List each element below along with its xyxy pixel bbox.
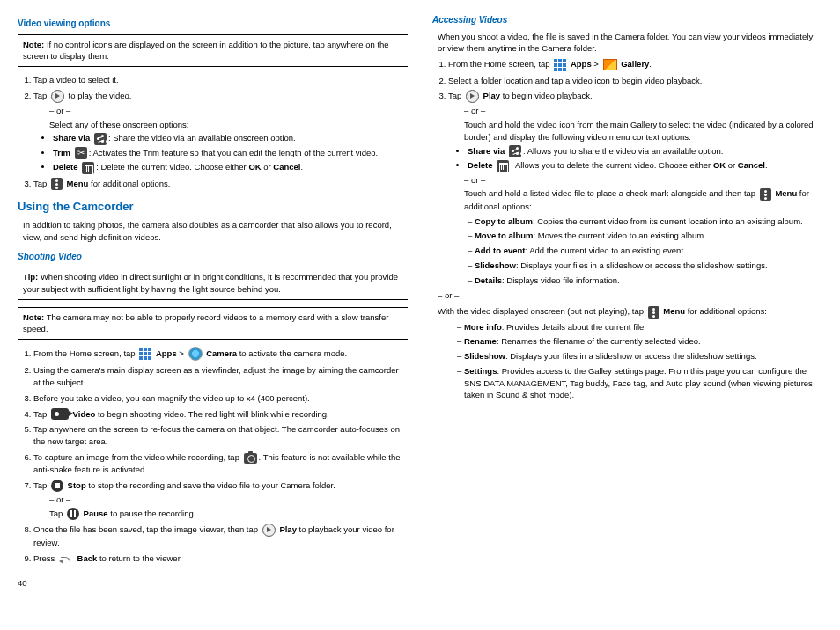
list-item: Delete : Allows you to delete the curren… bbox=[468, 159, 822, 172]
apps-icon bbox=[139, 348, 151, 360]
left-column: Video viewing options Note: If no contro… bbox=[18, 14, 408, 590]
menu-options-list-1: Copy to album: Copies the current video … bbox=[468, 216, 822, 287]
list-item: Tap anywhere on the screen to re-focus t… bbox=[33, 423, 408, 448]
play-icon bbox=[51, 90, 64, 103]
heading-accessing-videos: Accessing Videos bbox=[432, 14, 822, 27]
page-number: 40 bbox=[18, 577, 408, 590]
list-item: From the Home screen, tap Apps > Camera … bbox=[33, 347, 408, 361]
note-text: If no control icons are displayed on the… bbox=[23, 40, 389, 62]
list-item: From the Home screen, tap Apps > Gallery… bbox=[448, 58, 822, 70]
context-options-list: Share via : Allows you to share the vide… bbox=[468, 145, 822, 172]
list-item: Move to album: Moves the current video t… bbox=[468, 230, 822, 242]
list-item: Add to event: Add the current video to a… bbox=[468, 245, 822, 257]
manual-page: Video viewing options Note: If no contro… bbox=[18, 14, 822, 590]
tip-box: Tip: When shooting video in direct sunli… bbox=[18, 267, 408, 300]
or-divider: – or – bbox=[49, 105, 408, 117]
trash-icon bbox=[82, 162, 94, 174]
list-item: Slideshow: Displays your files in a slid… bbox=[468, 260, 822, 272]
list-item: Tap a video to select it. bbox=[33, 74, 408, 86]
list-item: Share via : Share the video via an avail… bbox=[53, 132, 408, 144]
touch-hold-text: Touch and hold the video icon from the m… bbox=[464, 119, 822, 143]
list-item: Rename: Renames the filename of the curr… bbox=[457, 335, 822, 348]
or-divider: – or – bbox=[49, 494, 408, 506]
menu-icon bbox=[760, 188, 771, 201]
list-item: Details: Displays video file information… bbox=[468, 275, 822, 287]
camcorder-intro: In addition to taking photos, the camera… bbox=[23, 219, 408, 244]
share-icon bbox=[509, 145, 521, 158]
scissors-icon: ✂ bbox=[75, 147, 87, 159]
list-item: More info: Provides details about the cu… bbox=[457, 321, 822, 333]
camera-shot-icon bbox=[244, 453, 257, 464]
apps-icon bbox=[554, 59, 566, 71]
list-item: Select a folder location and tap a video… bbox=[448, 75, 822, 87]
touch-hold-text-2: Touch and hold a listed video file to pl… bbox=[464, 187, 822, 212]
onscreen-options-list: Share via : Share the video via an avail… bbox=[53, 132, 408, 173]
share-icon bbox=[94, 133, 107, 145]
with-video-text: With the video displayed onscreen (but n… bbox=[438, 305, 822, 318]
list-item: Before you take a video, you can magnify… bbox=[33, 392, 408, 405]
camera-icon bbox=[188, 347, 203, 361]
list-item: Tap Play to begin video playback. – or –… bbox=[448, 90, 822, 286]
heading-shooting-video: Shooting Video bbox=[18, 251, 408, 264]
shooting-video-steps: From the Home screen, tap Apps > Camera … bbox=[33, 347, 408, 565]
list-item: Copy to album: Copies the current video … bbox=[468, 216, 822, 228]
play-icon bbox=[466, 90, 479, 103]
pause-line: Tap Pause to pause the recording. bbox=[49, 508, 408, 520]
menu-options-list-2: More info: Provides details about the cu… bbox=[457, 321, 822, 402]
video-icon bbox=[51, 408, 69, 420]
note-text: The camera may not be able to properly r… bbox=[23, 312, 388, 334]
accessing-intro: When you shoot a video, the file is save… bbox=[438, 31, 822, 55]
list-item: Slideshow: Displays your files in a slid… bbox=[457, 350, 822, 363]
list-item: Share via : Allows you to share the vide… bbox=[468, 145, 822, 158]
pause-icon bbox=[67, 508, 79, 520]
list-item: Tap Stop to stop the recording and save … bbox=[33, 480, 408, 521]
menu-icon bbox=[51, 178, 63, 190]
heading-video-viewing-options: Video viewing options bbox=[18, 18, 408, 31]
list-item: Delete : Delete the current video. Choos… bbox=[53, 161, 408, 173]
tip-label: Tip: bbox=[23, 272, 38, 282]
back-icon bbox=[59, 555, 73, 564]
heading-using-camcorder: Using the Camcorder bbox=[18, 199, 408, 216]
list-item: Tap Video to begin shooting video. The r… bbox=[33, 408, 408, 421]
select-options-text: Select any of these onscreen options: bbox=[49, 119, 408, 131]
note-label: Note: bbox=[23, 312, 44, 322]
list-item: Using the camera's main display screen a… bbox=[33, 364, 408, 389]
or-divider: – or – bbox=[438, 289, 822, 302]
note-box-1: Note: If no control icons are displayed … bbox=[18, 34, 408, 68]
gallery-icon bbox=[603, 59, 617, 70]
list-item: Tap Menu for additional options. bbox=[33, 178, 408, 190]
list-item: Once the file has been saved, tap the im… bbox=[33, 524, 408, 549]
list-item: Settings: Provides access to the Galley … bbox=[457, 365, 822, 401]
list-item: Trim ✂: Activates the Trim feature so th… bbox=[53, 147, 408, 159]
video-viewing-steps: Tap a video to select it. Tap to play th… bbox=[33, 74, 408, 190]
list-item: To capture an image from the video while… bbox=[33, 451, 408, 476]
trash-icon bbox=[497, 160, 509, 172]
accessing-videos-steps: From the Home screen, tap Apps > Gallery… bbox=[448, 58, 822, 286]
list-item: Tap to play the video. – or – Select any… bbox=[33, 90, 408, 174]
stop-icon bbox=[51, 480, 63, 492]
play-icon bbox=[262, 524, 276, 537]
tip-text: When shooting video in direct sunlight o… bbox=[23, 272, 398, 294]
right-column: Accessing Videos When you shoot a video,… bbox=[432, 14, 822, 590]
list-item: Press Back to return to the viewer. bbox=[33, 553, 408, 565]
note-label: Note: bbox=[23, 40, 44, 49]
or-divider: – or – bbox=[464, 105, 822, 117]
note-box-2: Note: The camera may not be able to prop… bbox=[18, 307, 408, 341]
or-divider: – or – bbox=[464, 174, 822, 187]
menu-icon bbox=[648, 306, 659, 319]
